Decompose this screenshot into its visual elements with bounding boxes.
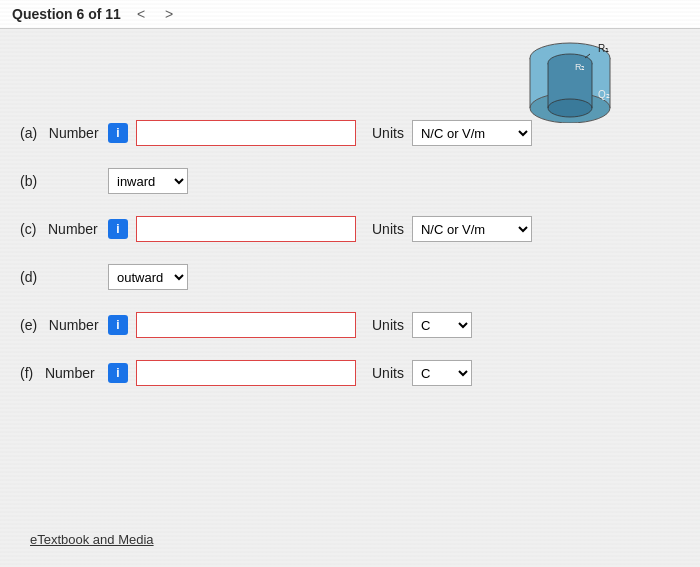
svg-point-7: [548, 99, 592, 117]
units-select-e[interactable]: C nC μC: [412, 312, 472, 338]
etextbook-link[interactable]: eTextbook and Media: [30, 532, 154, 547]
info-button-c[interactable]: i: [108, 219, 128, 239]
units-label-f: Units: [372, 365, 404, 381]
number-input-e[interactable]: [136, 312, 356, 338]
part-label-e: (e) Number: [20, 317, 100, 333]
units-select-a[interactable]: N/C or V/m V/m N/C: [412, 120, 532, 146]
info-button-f[interactable]: i: [108, 363, 128, 383]
cylinder-svg: R₁ R₂ Q₂: [460, 38, 620, 123]
number-input-f[interactable]: [136, 360, 356, 386]
part-label-a: (a) Number: [20, 125, 100, 141]
nav-prev-button[interactable]: <: [133, 6, 149, 22]
row-a: (a) Number i Units N/C or V/m V/m N/C: [20, 120, 680, 146]
part-label-d: (d): [20, 269, 100, 285]
svg-text:R₂: R₂: [575, 62, 586, 72]
units-label-e: Units: [372, 317, 404, 333]
units-select-f[interactable]: C nC μC: [412, 360, 472, 386]
question-label: Question 6 of 11: [12, 6, 121, 22]
units-label-c: Units: [372, 221, 404, 237]
row-d: (d) inward outward: [20, 264, 680, 290]
part-label-c: (c) Number: [20, 221, 100, 237]
direction-select-d[interactable]: inward outward: [108, 264, 188, 290]
part-label-b: (b): [20, 173, 100, 189]
row-b: (b) inward outward: [20, 168, 680, 194]
row-e: (e) Number i Units C nC μC: [20, 312, 680, 338]
header: Question 6 of 11 < >: [0, 0, 700, 29]
content-area: (a) Number i Units N/C or V/m V/m N/C (b…: [20, 120, 680, 408]
number-input-c[interactable]: [136, 216, 356, 242]
svg-text:Q₂: Q₂: [598, 89, 610, 100]
units-label-a: Units: [372, 125, 404, 141]
part-label-f: (f) Number: [20, 365, 100, 381]
row-c: (c) Number i Units N/C or V/m V/m N/C: [20, 216, 680, 242]
info-button-a[interactable]: i: [108, 123, 128, 143]
info-button-e[interactable]: i: [108, 315, 128, 335]
diagram-image: R₁ R₂ Q₂: [460, 38, 640, 128]
page-wrapper: Question 6 of 11 < > R₁ R₂ Q₂: [0, 0, 700, 567]
number-input-a[interactable]: [136, 120, 356, 146]
nav-next-button[interactable]: >: [161, 6, 177, 22]
direction-select-b[interactable]: inward outward: [108, 168, 188, 194]
svg-text:R₁: R₁: [598, 43, 609, 54]
row-f: (f) Number i Units C nC μC: [20, 360, 680, 386]
units-select-c[interactable]: N/C or V/m V/m N/C: [412, 216, 532, 242]
